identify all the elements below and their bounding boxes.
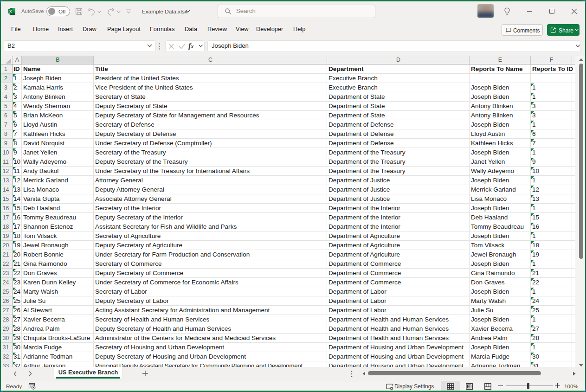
svg-text:X: X: [9, 9, 12, 13]
